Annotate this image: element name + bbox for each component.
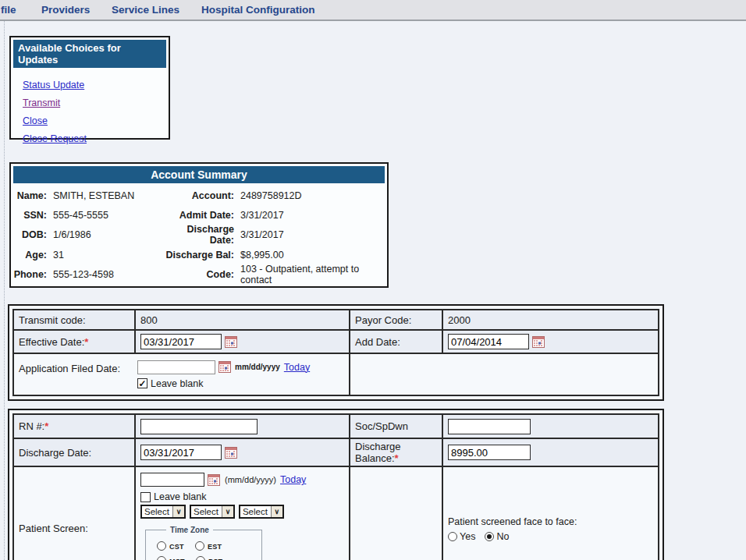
time-zone-legend: Time Zone (166, 526, 213, 534)
patient-screen-select-3[interactable]: Select ∨ (239, 505, 284, 519)
timezone-pst-radio[interactable] (196, 556, 205, 560)
admit-date-label: Admit Date: (162, 205, 240, 225)
add-date-input[interactable] (448, 334, 529, 349)
chevron-down-icon: ∨ (271, 506, 282, 517)
select-value: Select (142, 506, 172, 517)
today-link[interactable]: Today (284, 362, 310, 373)
top-menu-bar: file Providers Service Lines Hospital Co… (0, 0, 746, 21)
rn-number-label: RN #:* (13, 414, 135, 438)
required-marker: * (84, 336, 88, 348)
calendar-icon[interactable] (218, 361, 231, 373)
patient-form-table: RN #:* Soc/SpDwn Discharge Date: Dischar… (8, 409, 664, 560)
face-to-face-label: Patient screened face to face: (448, 515, 655, 527)
required-marker: * (44, 420, 48, 432)
add-date-label: Add Date: (350, 330, 442, 353)
age-value: 31 (53, 245, 162, 264)
timezone-cst-label: CST (169, 543, 184, 551)
account-summary-panel: Account Summary Name: SMITH, ESTEBAN Acc… (9, 162, 389, 288)
discharge-date-input[interactable] (140, 445, 222, 460)
soc-spdwn-label: Soc/SpDwn (350, 414, 442, 438)
payor-code-value: 2000 (442, 310, 659, 330)
discharge-date-form-label: Discharge Date: (13, 438, 135, 466)
available-choices-panel: Available Choices for Updates Status Upd… (9, 36, 170, 140)
application-filed-date-cell: Application Filed Date: mm/dd/yyyy Today… (13, 353, 350, 395)
timezone-cst-radio[interactable] (157, 541, 166, 551)
name-value: SMITH, ESTEBAN (53, 186, 162, 205)
patient-screen-select-1[interactable]: Select ∨ (140, 505, 186, 519)
account-label: Account: (162, 186, 240, 205)
discharge-balance-input[interactable] (448, 445, 531, 460)
patient-screen-cell: (mm/dd/yyyy) Today ✓ Leave blank Select … (135, 466, 350, 560)
chevron-down-icon: ∨ (222, 506, 233, 517)
add-date-cell (442, 330, 659, 353)
face-to-face-yes-label: Yes (460, 531, 475, 542)
empty-cell (350, 353, 659, 395)
dob-label: DOB: (11, 225, 53, 245)
timezone-mst-radio[interactable] (157, 556, 166, 560)
frame-divider (4, 21, 5, 560)
code-label: Code: (162, 265, 240, 285)
discharge-date-cell (135, 438, 350, 466)
checkmark-icon: ✓ (138, 379, 146, 388)
timezone-est-radio[interactable] (195, 541, 204, 551)
discharge-bal-label: Discharge Bal: (162, 245, 240, 264)
calendar-icon[interactable] (208, 474, 220, 486)
available-choices-header: Available Choices for Updates (13, 40, 166, 68)
effective-date-input[interactable] (140, 334, 222, 349)
face-to-face-no-radio[interactable] (485, 532, 494, 541)
close-request-link[interactable]: Close Request (23, 130, 169, 148)
required-marker: * (395, 452, 399, 464)
empty-cell (350, 466, 442, 560)
chevron-down-icon: ∨ (172, 506, 184, 517)
close-link[interactable]: Close (23, 112, 169, 130)
leave-blank-checkbox[interactable]: ✓ (137, 378, 147, 388)
menu-item-hospital-configuration[interactable]: Hospital Configuration (201, 4, 315, 16)
application-filed-date-input[interactable] (137, 360, 215, 374)
face-to-face-cell: Patient screened face to face: Yes No (442, 466, 659, 560)
transmit-form-table: Transmit code: 800 Payor Code: 2000 Effe… (8, 304, 664, 401)
patient-screen-date-input[interactable] (140, 473, 204, 487)
time-zone-fieldset: Time Zone CST EST MST PST (145, 526, 262, 560)
admit-date-value: 3/31/2017 (240, 205, 387, 225)
menu-item-file[interactable]: file (1, 4, 16, 16)
ssn-value: 555-45-5555 (53, 205, 162, 225)
name-label: Name: (11, 186, 53, 205)
rn-number-input[interactable] (140, 419, 258, 434)
code-value: 103 - Outpatient, attempt to contact (240, 265, 387, 285)
discharge-bal-value: $8,995.00 (240, 245, 387, 264)
transmit-link[interactable]: Transmit (23, 94, 169, 112)
dob-value: 1/6/1986 (53, 225, 162, 245)
discharge-date-label: Discharge Date: (162, 225, 240, 245)
date-format-hint: mm/dd/yyyy (235, 363, 280, 371)
ssn-label: SSN: (11, 205, 53, 225)
account-summary-grid: Name: SMITH, ESTEBAN Account: 2489758912… (11, 186, 387, 285)
leave-blank-checkbox[interactable]: ✓ (140, 492, 151, 502)
patient-screen-select-2[interactable]: Select ∨ (190, 505, 235, 519)
menu-item-providers[interactable]: Providers (41, 4, 90, 16)
status-update-link[interactable]: Status Update (23, 76, 169, 94)
account-value: 2489758912D (240, 186, 387, 205)
phone-label: Phone: (11, 265, 53, 285)
face-to-face-yes-radio[interactable] (448, 532, 457, 541)
calendar-icon[interactable] (225, 336, 237, 348)
timezone-est-label: EST (208, 543, 222, 551)
age-label: Age: (11, 245, 53, 264)
soc-spdwn-cell (442, 414, 659, 438)
effective-date-label: Effective Date:* (13, 330, 135, 353)
calendar-icon[interactable] (225, 447, 237, 459)
transmit-code-label: Transmit code: (13, 310, 135, 330)
calendar-icon[interactable] (532, 336, 545, 348)
effective-date-cell (135, 330, 350, 353)
discharge-balance-cell (442, 438, 659, 466)
phone-value: 555-123-4598 (53, 265, 162, 285)
menu-item-service-lines[interactable]: Service Lines (112, 4, 179, 16)
select-value: Select (191, 506, 222, 517)
available-choices-links: Status Update Transmit Close Close Reque… (11, 70, 169, 148)
leave-blank-label: Leave blank (154, 491, 206, 502)
soc-spdwn-input[interactable] (448, 419, 531, 434)
rn-number-cell (135, 414, 350, 438)
discharge-balance-label: Discharge Balance:* (350, 438, 442, 466)
application-filed-date-label: Application Filed Date: (19, 360, 137, 374)
today-link[interactable]: Today (280, 474, 306, 485)
leave-blank-label: Leave blank (151, 378, 203, 389)
